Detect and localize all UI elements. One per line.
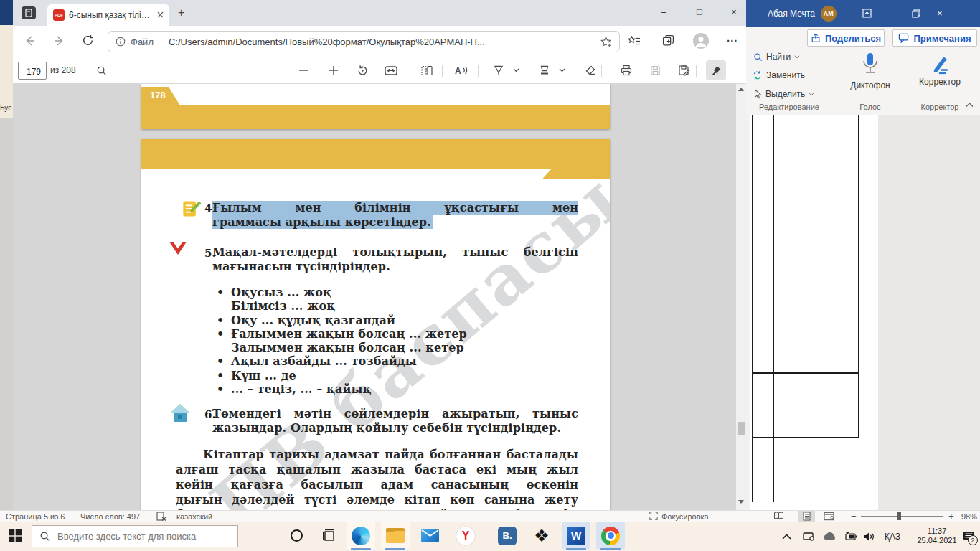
zoom-percentage[interactable]: 98% — [961, 512, 977, 522]
find-menu[interactable]: Найти — [753, 52, 800, 62]
status-word-count[interactable]: Число слов: 497 — [80, 512, 140, 522]
pin-toolbar-button[interactable] — [706, 60, 726, 80]
home-task-icon — [170, 403, 190, 423]
url-field[interactable]: Файл C:/Users/admin/Documents/Новый%20фо… — [108, 31, 620, 52]
cortana-icon[interactable] — [291, 529, 303, 542]
page-number-box[interactable] — [18, 62, 47, 80]
refresh-icon[interactable] — [82, 34, 94, 47]
scrollbar-thumb[interactable] — [738, 422, 745, 435]
taskbar-chrome[interactable] — [596, 522, 625, 549]
status-page-label[interactable]: Страница 5 из 6 — [6, 512, 65, 522]
zoom-in-icon[interactable] — [323, 60, 344, 80]
zoom-slider-track[interactable] — [861, 516, 943, 517]
forward-icon[interactable] — [53, 35, 65, 47]
favorites-icon[interactable] — [628, 35, 641, 47]
edge-window: PDF 6-сынып қазақ тілі.pdf + – □ × Файл — [13, 0, 746, 510]
focus-mode-icon[interactable] — [649, 512, 658, 522]
zoom-in-control[interactable]: + — [948, 512, 954, 522]
page-number-input[interactable] — [19, 62, 49, 80]
save-as-icon[interactable] — [673, 60, 694, 80]
edge-close-button[interactable]: × — [722, 2, 746, 21]
pdf-content-area[interactable]: 178 ПВ баспасы 4. Ғылым мен білімнің ұқс… — [13, 84, 746, 510]
highlight-icon[interactable] — [534, 60, 555, 80]
desktop: Бус PDF 6-сынып қазақ тілі.pdf + – □ × — [0, 0, 980, 551]
edge-maximize-button[interactable]: □ — [687, 2, 712, 21]
tray-expand-icon[interactable] — [782, 522, 791, 551]
notification-center-icon[interactable]: 2 — [963, 522, 975, 551]
settings-menu-icon[interactable]: ... — [727, 32, 738, 44]
zoom-out-icon[interactable] — [293, 60, 314, 80]
tray-volume-icon[interactable] — [863, 522, 875, 551]
page-view-icon[interactable] — [416, 60, 438, 80]
print-layout-icon[interactable] — [798, 511, 815, 522]
taskbar-word[interactable]: W — [562, 522, 590, 549]
collections-icon[interactable] — [662, 34, 674, 47]
taskbar-edge[interactable] — [347, 522, 375, 549]
collapse-ribbon-icon[interactable] — [966, 103, 974, 108]
search-icon — [39, 531, 50, 542]
exercise4-text[interactable]: Ғылым мен білімнің ұқсастығы мен айырмаш… — [212, 201, 578, 230]
highlight-dropdown-icon[interactable] — [555, 60, 568, 80]
search-icon[interactable] — [90, 60, 112, 80]
new-tab-button[interactable]: + — [178, 7, 184, 19]
scroll-down-icon[interactable] — [736, 500, 746, 504]
task-view-icon[interactable] — [323, 529, 336, 542]
tab-close-icon[interactable] — [157, 11, 164, 18]
tray-clock[interactable]: 11:37 25.04.2021 — [914, 527, 960, 545]
ribbon-display-icon[interactable] — [862, 9, 872, 18]
comments-button[interactable]: Примечания — [892, 29, 977, 47]
taskbar-mail[interactable] — [415, 522, 444, 549]
search-input[interactable] — [56, 530, 237, 542]
taskbar-vk[interactable]: B. — [493, 522, 522, 549]
draw-icon[interactable] — [488, 60, 509, 80]
edge-minimize-button[interactable]: – — [651, 2, 676, 21]
word-minimize-button[interactable]: – — [880, 4, 905, 23]
background-titlebar-fragment — [0, 0, 13, 25]
word-restore-icon[interactable] — [912, 9, 920, 18]
tray-language[interactable]: ҚАЗ — [885, 522, 900, 551]
share-button[interactable]: Поделиться — [807, 29, 885, 47]
taskbar-search-box[interactable] — [32, 525, 238, 547]
fit-width-icon[interactable] — [380, 60, 402, 80]
erase-icon[interactable] — [580, 60, 601, 80]
taskbar-explorer[interactable] — [381, 522, 410, 549]
pdf-toolbar: из 208 A — [13, 57, 746, 84]
scroll-up-icon[interactable] — [736, 84, 746, 91]
word-close-button[interactable]: × — [928, 4, 952, 23]
workspace-icon[interactable] — [22, 6, 36, 19]
zoom-slider-thumb[interactable] — [897, 512, 901, 520]
selected-text-line: граммасы арқылы көрсетіңдер. — [212, 215, 433, 229]
add-favorite-icon[interactable] — [600, 36, 612, 48]
zoom-out-control[interactable]: − — [851, 512, 857, 522]
browser-tab[interactable]: PDF 6-сынып қазақ тілі.pdf — [47, 4, 169, 26]
status-language[interactable]: казахский — [176, 512, 212, 522]
group-label-editor: Корректор — [911, 103, 969, 111]
rotate-icon[interactable] — [352, 60, 373, 80]
proofing-error-icon[interactable] — [156, 512, 166, 522]
read-mode-icon[interactable] — [773, 512, 784, 522]
read-aloud-icon[interactable]: A — [451, 60, 472, 80]
editor-button[interactable]: Корректор — [911, 52, 969, 87]
tray-onedrive-icon[interactable] — [823, 522, 837, 551]
profile-avatar[interactable] — [693, 33, 709, 49]
dictate-button[interactable]: Диктофон — [844, 52, 897, 90]
word-document-area[interactable] — [746, 115, 980, 510]
save-icon — [644, 60, 666, 80]
select-menu[interactable]: Выделить — [753, 89, 814, 99]
print-icon[interactable] — [616, 60, 637, 80]
tray-connect-icon[interactable] — [802, 522, 814, 551]
taskbar-dropbox[interactable]: ❖ — [527, 522, 556, 549]
focus-mode-label[interactable]: Фокусировка — [661, 512, 709, 522]
tray-battery-icon[interactable] — [844, 522, 857, 551]
replace-menu[interactable]: Заменить — [752, 70, 805, 80]
table-border — [858, 115, 859, 437]
start-button[interactable] — [8, 529, 22, 543]
pdf-scrollbar[interactable] — [736, 84, 746, 510]
svg-text:A: A — [455, 66, 461, 76]
draw-dropdown-icon[interactable] — [509, 60, 522, 80]
back-icon[interactable] — [24, 35, 36, 47]
account-avatar[interactable]: AM — [821, 6, 837, 22]
taskbar-yandex[interactable]: Y — [451, 522, 480, 549]
info-icon[interactable] — [116, 37, 126, 47]
web-layout-icon[interactable] — [824, 512, 834, 522]
